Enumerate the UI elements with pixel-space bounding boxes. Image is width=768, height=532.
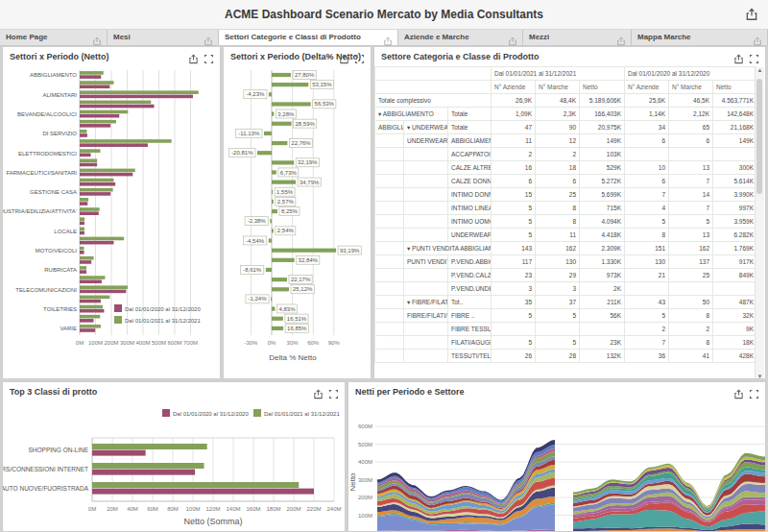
bar-pair[interactable]: [80, 296, 109, 303]
share-icon[interactable]: [733, 386, 744, 397]
row-label-category[interactable]: ▾ FIBRE/FILATI/TESSUTI: [404, 296, 448, 309]
tab-aziende-e-marche[interactable]: Aziende e Marche: [398, 30, 523, 45]
share-icon[interactable]: [92, 33, 102, 42]
delta-bar[interactable]: -8,61%: [241, 265, 272, 274]
row-label-sector[interactable]: [375, 282, 404, 296]
row-label-sector[interactable]: [375, 161, 404, 175]
delta-bar[interactable]: 27,80%: [272, 70, 316, 79]
row-label-category[interactable]: [404, 215, 448, 229]
bar-pair[interactable]: [92, 463, 204, 475]
row-label-sector[interactable]: [375, 175, 404, 188]
bar-pair[interactable]: [80, 120, 116, 128]
delta-bar[interactable]: 53,15%: [272, 81, 333, 89]
row-label-class[interactable]: INTIMO LINEA ..: [448, 202, 492, 215]
bar-pair[interactable]: [80, 179, 115, 186]
row-label-category[interactable]: [404, 336, 448, 350]
delta-bar[interactable]: 32,19%: [272, 158, 319, 167]
row-label-sector[interactable]: [375, 309, 404, 323]
row-label-category[interactable]: PUNTI VENDITA ..: [404, 255, 448, 269]
bar-pair[interactable]: [80, 237, 124, 245]
share-icon[interactable]: [339, 51, 349, 61]
bar-pair[interactable]: [80, 198, 88, 206]
share-icon[interactable]: [745, 8, 758, 21]
row-label-class[interactable]: P.VEND.UNDER..: [448, 282, 492, 296]
netti-area-chart[interactable]: 0M100M200M300M400M500M600MNetto: [348, 401, 765, 532]
bar-pair[interactable]: [80, 285, 128, 293]
row-label-category[interactable]: [404, 282, 448, 296]
delta-bar[interactable]: -4,23%: [244, 90, 272, 99]
tab-home-page[interactable]: Home Page: [0, 30, 108, 45]
delta-bar[interactable]: 28,59%: [272, 119, 317, 128]
bar-pair[interactable]: [80, 158, 97, 166]
delta-bar[interactable]: 8,25%: [272, 207, 300, 216]
row-label-sector[interactable]: [375, 323, 404, 336]
row-label-category[interactable]: [404, 202, 448, 215]
row-label-category[interactable]: [404, 350, 448, 363]
row-label-category[interactable]: [404, 161, 448, 175]
scroll-down-icon[interactable]: ▼: [756, 374, 764, 379]
row-label-class[interactable]: FIBRE ..: [448, 309, 492, 323]
row-label-category[interactable]: [404, 148, 448, 161]
row-label-class[interactable]: Totale: [448, 121, 492, 134]
fullscreen-icon[interactable]: [749, 51, 759, 61]
bar-pair[interactable]: [80, 110, 128, 118]
row-label-category[interactable]: [404, 269, 448, 282]
row-label-class[interactable]: ACCAPPATOI ..: [448, 148, 492, 161]
settori-delta-bar-chart[interactable]: -30%0%30%60%90%27,80%53,15%-4,23%56,53%3…: [224, 66, 371, 379]
row-label-class[interactable]: CALZE ALTRE ..: [448, 161, 492, 175]
bar-pair[interactable]: [92, 444, 207, 456]
share-icon[interactable]: [313, 386, 324, 397]
share-icon[interactable]: [204, 33, 213, 42]
row-label-class[interactable]: Tot..: [448, 296, 492, 309]
bar-pair[interactable]: [80, 266, 86, 274]
tab-mappa-marche[interactable]: Mappa Marche: [632, 30, 768, 45]
settori-netto-bar-chart[interactable]: 0M100M200M300M400M500M600M700MABBIGLIAME…: [3, 66, 220, 379]
row-label-class[interactable]: INTIMO DONNA ..: [448, 188, 492, 202]
bar-pair[interactable]: [80, 149, 100, 157]
row-label-class[interactable]: INTIMO UOMO ..: [448, 215, 492, 229]
share-icon[interactable]: [383, 33, 393, 42]
row-label-class[interactable]: CALZE DONNA/..: [448, 175, 492, 188]
row-label-sector[interactable]: [375, 134, 404, 148]
row-label-category[interactable]: ▾ PUNTI VENDITA ABBIGLIAMENTO ..: [404, 242, 492, 255]
row-label-sector[interactable]: [375, 229, 404, 242]
row-label-sector[interactable]: [375, 350, 404, 363]
delta-bar[interactable]: 4,83%: [272, 304, 297, 313]
stacked-area[interactable]: [573, 453, 765, 532]
row-label-class[interactable]: P.VEND.CALZAT..: [448, 269, 492, 282]
row-label-total[interactable]: Totale complessivo: [375, 94, 492, 108]
bar-pair[interactable]: [80, 71, 104, 79]
delta-bar[interactable]: -20,81%: [229, 149, 272, 157]
row-label-sector[interactable]: [375, 202, 404, 215]
tab-mesi[interactable]: Mesi: [108, 30, 219, 45]
row-label-category[interactable]: UNDERWEAR ..: [404, 134, 448, 148]
top3-bar-chart[interactable]: Dal 01/01/2020 al 31/12/2020Dal 01/01/20…: [3, 401, 345, 532]
bar-pair[interactable]: [80, 247, 84, 254]
table-scrollbar[interactable]: ▲ ▼: [755, 67, 764, 379]
row-label-category[interactable]: ▾ UNDERWEAR: [404, 121, 448, 134]
column-header[interactable]: N° Marche: [536, 81, 580, 94]
delta-bar[interactable]: 6,73%: [272, 168, 299, 177]
bar-pair[interactable]: [80, 81, 113, 88]
delta-bar[interactable]: 25,12%: [272, 285, 314, 294]
row-label-sector[interactable]: [375, 255, 404, 269]
stacked-area[interactable]: [377, 440, 555, 532]
column-header[interactable]: Netto: [713, 81, 756, 94]
share-icon[interactable]: [753, 33, 762, 42]
row-label-sector[interactable]: ABBIGLIAMENT..: [375, 121, 404, 134]
row-label-sector[interactable]: [375, 336, 404, 350]
bar-pair[interactable]: [80, 207, 100, 215]
delta-bar[interactable]: 32,84%: [272, 255, 320, 264]
scroll-up-icon[interactable]: ▲: [756, 67, 764, 73]
fullscreen-icon[interactable]: [749, 386, 759, 397]
bar-pair[interactable]: [80, 315, 100, 323]
delta-bar[interactable]: 56,53%: [272, 100, 336, 109]
share-icon[interactable]: [733, 51, 744, 61]
row-label-category[interactable]: [404, 229, 448, 242]
column-header[interactable]: N° Aziende: [492, 81, 536, 94]
delta-bar[interactable]: 2,54%: [272, 227, 296, 235]
row-label-category[interactable]: [404, 323, 448, 336]
share-icon[interactable]: [616, 33, 626, 42]
delta-bar[interactable]: 16,85%: [272, 324, 308, 332]
delta-bar[interactable]: 16,51%: [272, 314, 308, 323]
